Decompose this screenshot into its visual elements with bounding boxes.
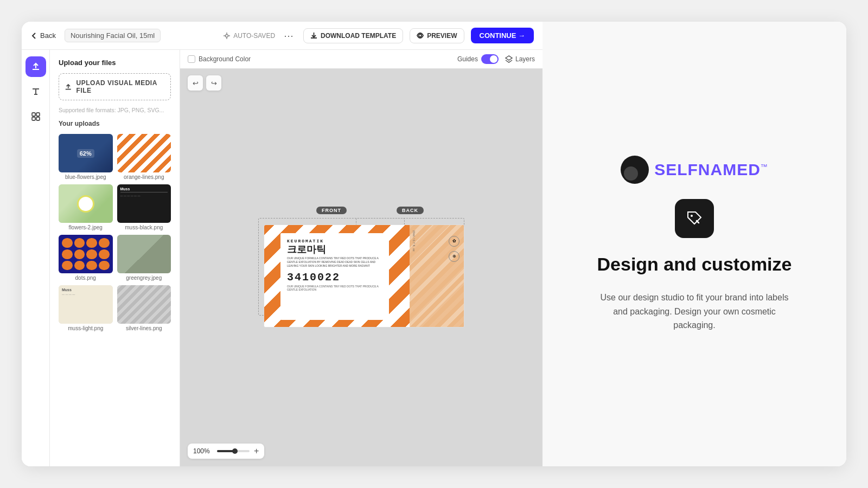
uploads-grid: 62% blue-flowers.jpeg orange-lines.png [59, 134, 171, 331]
svg-point-6 [691, 215, 693, 217]
svg-rect-4 [32, 117, 35, 120]
canvas-area: Background Color Guides Layers [180, 50, 542, 466]
thumb-label-muss-light: muss-light.png [59, 325, 113, 331]
thumb-img-greengrey [117, 235, 171, 273]
upload-thumb-orange-lines[interactable]: orange-lines.png [117, 134, 171, 180]
thumb-label-blue-flowers: blue-flowers.jpeg [59, 174, 113, 180]
thumb-label-silver-lines: silver-lines.png [117, 325, 171, 331]
label-description: OUR UNIQUE FORMULA CONTAINS TINY RED DOT… [287, 256, 382, 268]
upload-thumb-flowers2[interactable]: flowers-2.jpeg [59, 184, 113, 230]
autosaved-label: AUTO-SAVED [233, 32, 275, 40]
upload-media-icon [65, 83, 72, 91]
continue-label: CONTINUE → [480, 31, 526, 40]
label-subdesc: OUR UNIQUE FORMULA CONTAINS TINY RED DOT… [287, 285, 382, 292]
thumb-img-silver-lines [117, 285, 171, 324]
zoom-plus-button[interactable]: + [254, 446, 259, 456]
app-container: Back Nourishing Facial Oil, 15ml AUTO-SA… [22, 22, 846, 466]
zoom-slider[interactable] [217, 450, 250, 452]
bg-color-toggle[interactable]: Background Color [188, 55, 251, 63]
doc-title[interactable]: Nourishing Facial Oil, 15ml [65, 29, 161, 42]
back-button[interactable]: Back [30, 31, 56, 40]
upload-icon [31, 62, 41, 72]
download-button[interactable]: DOWNLOAD TEMPLATE [303, 28, 403, 43]
sidebar-item-upload[interactable] [25, 56, 46, 77]
top-bar: Back Nourishing Facial Oil, 15ml AUTO-SA… [22, 22, 542, 50]
svg-rect-2 [32, 113, 35, 116]
bg-color-checkbox[interactable] [188, 55, 195, 63]
thumb-img-dots [59, 235, 113, 273]
brand-logo-circle [621, 156, 649, 184]
thumb-label-flowers2: flowers-2.jpeg [59, 224, 113, 230]
thumb-img-blue-flowers: 62% [59, 134, 113, 172]
editor-panel: Back Nourishing Facial Oil, 15ml AUTO-SA… [22, 22, 542, 466]
badge-62: 62% [77, 149, 94, 158]
guides-switch[interactable] [481, 54, 499, 64]
download-label: DOWNLOAD TEMPLATE [321, 32, 396, 40]
redo-button[interactable]: ↪ [206, 75, 221, 91]
brand-circle-inner [624, 166, 638, 181]
svg-point-1 [419, 34, 422, 37]
main-content: Upload your files UPLOAD VISUAL MEDIA FI… [22, 50, 542, 466]
upload-thumb-silver-lines[interactable]: silver-lines.png [117, 285, 171, 331]
preview-icon [417, 32, 424, 39]
preview-button[interactable]: PREVIEW [410, 28, 464, 43]
svg-rect-3 [36, 113, 40, 116]
label-content-block: KEUROMATIK 크로마틱 OUR UNIQUE FORMULA CONTA… [280, 233, 389, 320]
thumb-img-muss-black: Muss — — — — — — [117, 184, 171, 223]
upload-thumb-blue-flowers[interactable]: 62% blue-flowers.jpeg [59, 134, 113, 180]
thumb-img-muss-light: Muss — — — — [59, 285, 113, 324]
back-label: Back [40, 31, 56, 40]
upload-thumb-greengrey[interactable]: greengrey.jpeg [117, 235, 171, 281]
upload-thumb-muss-light[interactable]: Muss — — — — muss-light.png [59, 285, 113, 331]
upload-thumb-muss-black[interactable]: Muss — — — — — — muss-black.png [117, 184, 171, 230]
side-icons: ✿ ⊕ [449, 236, 459, 262]
thumb-img-flowers2 [59, 184, 113, 223]
download-icon [310, 32, 317, 39]
canvas-toolbar: Background Color Guides Layers [180, 50, 542, 69]
side-icon-1: ✿ [449, 236, 459, 247]
thumb-label-orange-lines: orange-lines.png [117, 174, 171, 180]
layers-label: Layers [515, 55, 535, 63]
design-icon-box [675, 199, 714, 238]
upload-media-button[interactable]: UPLOAD VISUAL MEDIA FILE [59, 73, 171, 100]
side-text: 20ml / 0.7 fl. oz [412, 230, 415, 323]
front-tab: FRONT [316, 207, 347, 214]
back-arrow-icon [30, 32, 38, 40]
right-panel: SELFNAMED™ Design and customize Use our … [542, 22, 846, 466]
uploads-panel: Upload your files UPLOAD VISUAL MEDIA FI… [50, 50, 180, 466]
upload-thumb-dots[interactable]: dots.png [59, 235, 113, 281]
more-button[interactable]: ⋯ [282, 28, 297, 43]
zoom-control: 100% + [188, 444, 264, 459]
side-label: 20ml / 0.7 fl. oz ✿ ⊕ [410, 225, 464, 328]
promo-title: Design and customize [597, 253, 792, 275]
zoom-value: 100% [193, 447, 213, 455]
thumb-label-greengrey: greengrey.jpeg [117, 275, 171, 281]
thumb-label-dots: dots.png [59, 275, 113, 281]
autosaved-icon [223, 32, 231, 40]
panel-title: Upload your files [59, 59, 171, 67]
orange-label-design[interactable]: KEUROMATIK 크로마틱 OUR UNIQUE FORMULA CONTA… [264, 224, 464, 328]
svg-point-0 [226, 34, 228, 37]
label-container: FRONT CENTER BACK KEUROMATIK [258, 208, 464, 328]
label-number: 3410022 [287, 271, 382, 284]
continue-button[interactable]: CONTINUE → [471, 28, 534, 43]
cursor-icon [685, 209, 704, 228]
sidebar-item-text[interactable] [25, 81, 46, 102]
sidebar [22, 50, 50, 466]
back-tab: BACK [397, 207, 424, 214]
layers-button[interactable]: Layers [505, 55, 535, 63]
thumb-img-orange-lines [117, 134, 171, 172]
undo-button[interactable]: ↩ [188, 75, 203, 91]
label-korean-text: 크로마틱 [287, 245, 382, 254]
label-brand-text: KEUROMATIK [287, 239, 382, 243]
upload-media-label: UPLOAD VISUAL MEDIA FILE [76, 79, 165, 94]
thumb-label-muss-black: muss-black.png [117, 224, 171, 230]
autosaved-status: AUTO-SAVED [223, 32, 275, 40]
canvas-viewport[interactable]: ↩ ↪ FRONT CENTER BACK [180, 69, 542, 466]
sidebar-item-elements[interactable] [25, 106, 46, 127]
layers-icon [505, 55, 513, 63]
guides-toggle[interactable]: Guides [457, 54, 499, 64]
elements-icon [31, 112, 41, 121]
brand-logo: SELFNAMED™ [621, 156, 768, 184]
undo-redo-controls: ↩ ↪ [188, 75, 221, 91]
